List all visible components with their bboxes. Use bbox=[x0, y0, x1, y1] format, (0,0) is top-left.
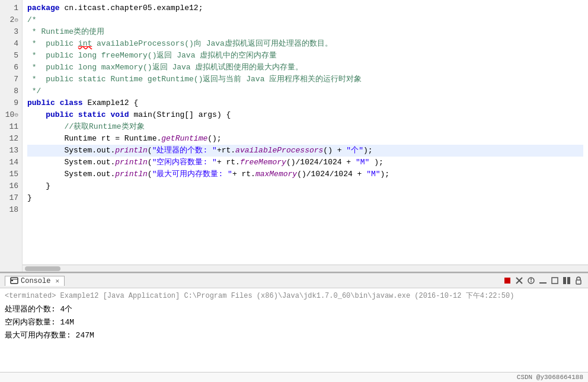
console-body: <terminated> Example12 [Java Application… bbox=[0, 288, 588, 372]
horizontal-scrollbar[interactable] bbox=[23, 265, 588, 272]
terminated-line: <terminated> Example12 [Java Application… bbox=[5, 291, 583, 301]
code-line-15: System.out.println("最大可用内存数量: "+ rt.maxM… bbox=[27, 168, 583, 180]
ln-8: 8 bbox=[0, 85, 22, 97]
svg-point-8 bbox=[531, 281, 532, 282]
code-editor[interactable]: 1 2⊖ 3 4 5 6 7 8 9 10⊖ 11 12 13 14 15 16… bbox=[0, 0, 588, 273]
line-numbers: 1 2⊖ 3 4 5 6 7 8 9 10⊖ 11 12 13 14 15 16… bbox=[0, 0, 23, 272]
ln-18: 18 bbox=[0, 204, 22, 216]
ln-14: 14 bbox=[0, 157, 22, 168]
code-line-7: * public static Runtime getRuntime()返回与当… bbox=[27, 74, 583, 85]
svg-rect-13 bbox=[576, 280, 581, 284]
ln-13: 13 bbox=[0, 145, 22, 157]
console-output-line-2: 空闲内容数量: 14M bbox=[5, 316, 583, 329]
ln-12: 12 bbox=[0, 133, 22, 145]
console-tab-x[interactable]: ✕ bbox=[55, 277, 59, 285]
ln-2: 2⊖ bbox=[0, 14, 22, 26]
svg-rect-11 bbox=[563, 277, 566, 284]
ln-5: 5 bbox=[0, 50, 22, 62]
svg-rect-9 bbox=[539, 282, 547, 284]
code-line-6: * public long maxMemory()返回 Java 虚拟机试图使用… bbox=[27, 62, 583, 74]
code-line-11: //获取Runtime类对象 bbox=[27, 121, 583, 133]
minimize-button[interactable] bbox=[538, 276, 548, 285]
footer-text: CSDN @y3068664188 bbox=[517, 374, 583, 381]
code-line-5: * public long freeMemory()返回 Java 虚拟机中的空… bbox=[27, 50, 583, 62]
svg-rect-2 bbox=[11, 280, 13, 281]
code-line-18 bbox=[27, 204, 583, 216]
svg-rect-10 bbox=[552, 278, 558, 284]
ln-6: 6 bbox=[0, 62, 22, 74]
svg-rect-3 bbox=[504, 278, 510, 284]
ln-11: 11 bbox=[0, 121, 22, 133]
ln-9: 9 bbox=[0, 97, 22, 109]
console-tab[interactable]: Console ✕ bbox=[5, 276, 65, 286]
console-panel: Console ✕ bbox=[0, 273, 588, 382]
maximize-button[interactable] bbox=[550, 276, 560, 285]
console-toolbar bbox=[503, 276, 583, 285]
console-output-line-1: 处理器的个数: 4个 bbox=[5, 303, 583, 316]
ln-16: 16 bbox=[0, 180, 22, 192]
console-output-line-3: 最大可用内存数量: 247M bbox=[5, 329, 583, 342]
code-line-4: * public int availableProcessors()向 Java… bbox=[27, 38, 583, 50]
ln-7: 7 bbox=[0, 74, 22, 85]
ln-15: 15 bbox=[0, 168, 22, 180]
code-line-14: System.out.println("空闲内容数量: "+ rt.freeMe… bbox=[27, 157, 583, 168]
code-line-10: public static void main(String[] args) { bbox=[27, 109, 583, 121]
code-lines: package cn.itcast.chapter05.example12; /… bbox=[23, 0, 588, 272]
ln-1: 1 bbox=[0, 2, 22, 14]
code-line-8: */ bbox=[27, 85, 583, 97]
stop-button[interactable] bbox=[503, 276, 512, 285]
code-line-1: package cn.itcast.chapter05.example12; bbox=[27, 2, 583, 14]
ln-3: 3 bbox=[0, 26, 22, 38]
ln-17: 17 bbox=[0, 192, 22, 204]
console-tab-icon bbox=[10, 277, 18, 285]
console-header: Console ✕ bbox=[0, 273, 588, 288]
close-console-button[interactable] bbox=[514, 276, 524, 285]
lock-button[interactable] bbox=[574, 276, 583, 285]
console-footer: CSDN @y3068664188 bbox=[0, 372, 588, 382]
code-line-9: public class Example12 { bbox=[27, 97, 583, 109]
code-line-16: } bbox=[27, 180, 583, 192]
code-line-17: } bbox=[27, 192, 583, 204]
code-line-12: Runtime rt = Runtime.getRuntime(); bbox=[27, 133, 583, 145]
code-line-2: /* bbox=[27, 14, 583, 26]
ln-4: 4 bbox=[0, 38, 22, 50]
view-button-1[interactable] bbox=[562, 276, 571, 285]
svg-rect-12 bbox=[567, 277, 570, 284]
console-tab-label: Console bbox=[21, 277, 50, 285]
pin-button[interactable] bbox=[526, 276, 536, 285]
scroll-thumb[interactable] bbox=[25, 266, 60, 271]
code-line-3: * Runtime类的使用 bbox=[27, 26, 583, 38]
ln-10: 10⊖ bbox=[0, 109, 22, 121]
code-line-13: System.out.println("处理器的个数: "+rt.availab… bbox=[27, 145, 583, 157]
